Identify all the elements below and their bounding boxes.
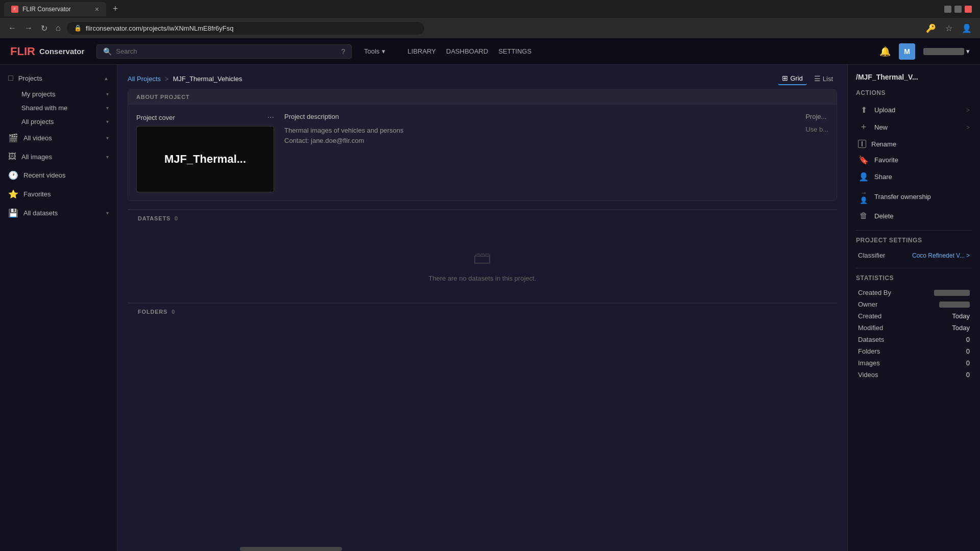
sidebar-item-all-projects[interactable]: All projects ▾ xyxy=(21,115,117,129)
folders-count: 0 xyxy=(172,309,175,315)
project-desc-area: Project description Thermal images of ve… xyxy=(284,113,795,192)
user-avatar[interactable]: M xyxy=(899,43,915,60)
tab-close-button[interactable]: × xyxy=(95,5,99,13)
address-bar[interactable]: 🔒 flirconservator.com/projects/iwXNmNLmE… xyxy=(67,22,424,35)
stat-folders-label: Folders xyxy=(858,347,880,355)
browser-addressbar: ← → ↻ ⌂ 🔒 flirconservator.com/projects/i… xyxy=(0,18,980,38)
browser-tab-active[interactable]: F FLIR Conservator × xyxy=(4,2,106,16)
all-videos-icon: 🎬 xyxy=(8,133,18,143)
breadcrumb-parent[interactable]: All Projects xyxy=(128,75,161,83)
sidebar-item-favorites[interactable]: ⭐ Favorites xyxy=(0,185,117,204)
sidebar-item-my-projects[interactable]: My projects ▾ xyxy=(21,87,117,101)
list-view-button[interactable]: ☰ List xyxy=(810,72,837,85)
action-upload[interactable]: ⬆ Upload > xyxy=(856,102,972,118)
modified-value: Today xyxy=(952,324,970,332)
sidebar-item-shared[interactable]: Shared with me ▾ xyxy=(21,101,117,115)
sidebar-item-recent-videos[interactable]: 🕐 Recent videos xyxy=(0,166,117,185)
cover-label: Project cover xyxy=(136,114,175,121)
user-name[interactable]: ▾ xyxy=(923,47,970,55)
view-controls: ⊞ Grid ☰ List xyxy=(778,72,837,85)
nav-back-button[interactable]: ← xyxy=(6,21,18,35)
nav-home-button[interactable]: ⌂ xyxy=(54,21,63,35)
my-projects-label: My projects xyxy=(21,90,101,98)
new-arrow: > xyxy=(966,124,970,131)
project-thumbnail: MJF_Thermal... xyxy=(136,126,274,192)
nav-forward-button[interactable]: → xyxy=(22,21,35,35)
favorites-label: Favorites xyxy=(23,190,109,198)
window-controls xyxy=(944,6,976,13)
stat-datasets-value: 0 xyxy=(966,336,970,343)
action-rename[interactable]: I Rename xyxy=(856,136,972,152)
all-videos-arrow: ▾ xyxy=(106,135,109,141)
shared-label: Shared with me xyxy=(21,104,101,112)
address-text: flirconservator.com/projects/iwXNmNLmE8f… xyxy=(86,24,234,32)
recent-videos-label: Recent videos xyxy=(23,171,109,179)
stat-videos-label: Videos xyxy=(858,371,878,379)
key-icon[interactable]: 🔑 xyxy=(924,21,938,35)
new-tab-button[interactable]: + xyxy=(108,2,122,16)
nav-library[interactable]: LIBRARY xyxy=(408,45,436,57)
rename-label: Rename xyxy=(871,140,970,148)
logo-conservator: Conservator xyxy=(39,47,84,56)
statistics-title: Statistics xyxy=(856,274,972,282)
action-favorite[interactable]: 🔖 Favorite xyxy=(856,152,972,168)
panel-divider-2 xyxy=(856,268,972,268)
nav-settings[interactable]: SETTINGS xyxy=(498,45,531,57)
all-datasets-arrow: ▾ xyxy=(106,210,109,216)
use-label: Use b... xyxy=(805,126,828,133)
stats-folders: Folders 0 xyxy=(856,345,972,357)
shared-arrow: ▾ xyxy=(106,105,109,111)
upload-label: Upload xyxy=(874,106,961,114)
profile-icon[interactable]: 👤 xyxy=(960,21,974,35)
stat-images-value: 0 xyxy=(966,359,970,367)
nav-refresh-button[interactable]: ↻ xyxy=(39,21,50,35)
desc-line2: Contact: jane.doe@flir.com xyxy=(284,136,795,146)
right-panel: /MJF_Thermal_V... Actions ⬆ Upload > + N… xyxy=(847,65,980,551)
tools-button[interactable]: Tools ▾ xyxy=(364,47,385,55)
cover-menu-button[interactable]: ··· xyxy=(267,113,274,122)
maximize-button[interactable] xyxy=(954,6,962,13)
tab-favicon: F xyxy=(11,6,18,13)
sidebar-item-all-datasets[interactable]: 💾 All datasets ▾ xyxy=(0,204,117,222)
folders-section: FOLDERS 0 xyxy=(128,303,837,320)
folders-label: FOLDERS 0 xyxy=(128,303,837,320)
favorites-icon: ⭐ xyxy=(8,189,18,199)
search-input[interactable] xyxy=(116,47,337,55)
bookmark-icon[interactable]: ☆ xyxy=(943,21,954,35)
horizontal-scrollbar-thumb[interactable] xyxy=(240,547,342,551)
panel-title: /MJF_Thermal_V... xyxy=(856,73,972,81)
action-new[interactable]: + New > xyxy=(856,118,972,136)
close-button[interactable] xyxy=(965,6,972,13)
logo-flir: FLIR xyxy=(10,45,35,58)
classifier-value[interactable]: Coco Refinedet V... > xyxy=(912,252,970,259)
action-transfer[interactable]: →👤 Transfer ownership xyxy=(856,185,972,208)
minimize-button[interactable] xyxy=(944,6,951,13)
grid-view-button[interactable]: ⊞ Grid xyxy=(778,72,807,85)
sidebar-item-all-videos[interactable]: 🎬 All videos ▾ xyxy=(0,129,117,147)
folders-label-text: FOLDERS xyxy=(138,309,167,315)
action-delete[interactable]: 🗑 Delete xyxy=(856,208,972,224)
nav-dashboard[interactable]: DASHBOARD xyxy=(446,45,488,57)
browser-chrome: F FLIR Conservator × + ← → ↻ ⌂ 🔒 flircon… xyxy=(0,0,980,38)
project-settings-title: Project settings xyxy=(856,237,972,244)
owner-label: Owner xyxy=(858,300,877,308)
delete-icon: 🗑 xyxy=(858,211,869,220)
empty-datasets-icon: 🗃 xyxy=(473,247,492,268)
stats-created: Created Today xyxy=(856,310,972,322)
projects-icon: □ xyxy=(8,73,13,83)
thumbnail-text: MJF_Thermal... xyxy=(164,153,246,166)
share-label: Share xyxy=(874,173,970,181)
action-share[interactable]: 👤 Share xyxy=(856,168,972,185)
search-bar[interactable]: 🔍 ? xyxy=(96,44,352,59)
lock-icon: 🔒 xyxy=(74,24,82,32)
classifier-row: Classifier Coco Refinedet V... > xyxy=(856,249,972,262)
sidebar-projects-header[interactable]: □ Projects ▲ xyxy=(0,69,117,87)
stat-videos-value: 0 xyxy=(966,371,970,379)
horizontal-scrollbar-track xyxy=(117,547,847,551)
panel-divider-1 xyxy=(856,230,972,231)
notification-bell[interactable]: 🔔 xyxy=(879,46,891,57)
sidebar-item-all-images[interactable]: 🖼 All images ▾ xyxy=(0,147,117,166)
stats-videos: Videos 0 xyxy=(856,369,972,381)
help-icon[interactable]: ? xyxy=(341,47,345,56)
breadcrumb-row: All Projects > MJF_Thermal_Vehicles ⊞ Gr… xyxy=(117,65,847,89)
